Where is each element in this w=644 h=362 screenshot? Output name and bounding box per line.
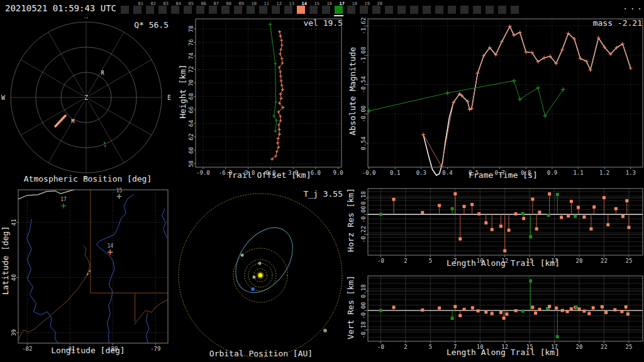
- x-tick-label: -9.0: [196, 170, 210, 176]
- frame-button-20[interactable]: 20: [372, 6, 380, 14]
- frame-button-15[interactable]: 15: [309, 6, 318, 14]
- residual-marker: [499, 311, 502, 314]
- frame-button-17[interactable]: 17: [335, 6, 343, 14]
- frame-button-blank-29[interactable]: [486, 6, 494, 14]
- residual-marker: [451, 207, 454, 211]
- meteor-analysis-window: 20210521 01:59:43 UTC 010203040506070809…: [0, 0, 644, 362]
- frame-button-label: 12: [277, 1, 282, 6]
- frame-button-blank-30[interactable]: [498, 6, 506, 14]
- frame-button-blank-23[interactable]: [410, 6, 418, 14]
- earth-marker: [252, 288, 255, 291]
- residual-marker: [463, 205, 466, 208]
- frame-button-blank-21[interactable]: [385, 6, 393, 14]
- y-tick-label: 60: [188, 147, 194, 154]
- y-tick-label: 58: [188, 160, 194, 167]
- residual-marker: [625, 199, 628, 202]
- frame-button-10[interactable]: 10: [247, 6, 255, 14]
- residual-marker: [592, 206, 596, 209]
- residual-marker: [421, 211, 424, 214]
- residual-marker: [529, 235, 532, 238]
- residual-marker: [529, 279, 532, 282]
- frame-button-19[interactable]: 19: [360, 6, 368, 14]
- frame-button-label: 15: [314, 1, 319, 6]
- x-tick-label: -80: [108, 346, 118, 352]
- frame-button-01[interactable]: 01: [133, 6, 142, 14]
- x-tick-label: 12: [501, 258, 508, 264]
- orbital-position-chart: [175, 186, 347, 362]
- residual-marker: [538, 308, 541, 311]
- frame-button-label: 18: [352, 1, 357, 6]
- river-west: [27, 219, 58, 344]
- frame-button-blank-28[interactable]: [473, 6, 481, 14]
- station-marker-label: 15: [116, 188, 123, 194]
- frame-button-07[interactable]: 07: [209, 6, 217, 14]
- plot-frame: [368, 189, 643, 255]
- residual-marker: [589, 228, 592, 231]
- meteoroid-orbit: [224, 217, 304, 304]
- x-tick-label: -6.0: [219, 170, 233, 176]
- y-tick-label: 0.18: [360, 191, 367, 205]
- x-tick-label: 7: [453, 344, 457, 350]
- x-tick-label: 0.1: [390, 170, 400, 176]
- plot-frame: [368, 19, 643, 167]
- residual-marker: [582, 216, 586, 219]
- residual-marker: [484, 221, 487, 224]
- frame-button-09[interactable]: 09: [234, 6, 242, 14]
- residual-marker: [566, 310, 569, 313]
- station-label-R: R: [101, 70, 104, 76]
- residual-marker: [570, 200, 573, 203]
- frame-button-blank-22[interactable]: [397, 6, 406, 14]
- frame-button-08[interactable]: 08: [221, 6, 230, 14]
- x-tick-label: 2: [404, 344, 407, 350]
- residual-marker: [621, 215, 625, 218]
- frame-button-12[interactable]: 12: [272, 6, 280, 14]
- residual-marker: [392, 198, 396, 201]
- frame-button-label: 07: [214, 1, 219, 6]
- frame-button-05[interactable]: 05: [184, 6, 192, 14]
- frame-button-13[interactable]: 13: [284, 6, 292, 14]
- data-line: [369, 81, 564, 116]
- station-marker-17: [61, 203, 66, 208]
- data-line: [423, 26, 631, 166]
- residual-marker: [477, 212, 480, 216]
- residual-marker: [470, 203, 474, 206]
- frame-button-label: 13: [289, 1, 294, 6]
- frame-button-blank-25[interactable]: [435, 6, 443, 14]
- frame-button-18[interactable]: 18: [347, 6, 355, 14]
- current-frame-underline: [334, 15, 343, 16]
- frame-button-03[interactable]: 03: [158, 6, 167, 14]
- frame-button-blank-31[interactable]: [511, 6, 519, 14]
- x-tick-label: -82: [22, 346, 32, 352]
- x-tick-label: -0.0: [362, 170, 376, 176]
- frame-button-blank-26[interactable]: [448, 6, 456, 14]
- y-tick-label: 66: [188, 106, 194, 113]
- frame-button-06[interactable]: 06: [196, 6, 204, 14]
- frame-button-16[interactable]: 16: [322, 6, 330, 14]
- x-tick-label: 25: [625, 344, 632, 350]
- plot-frame: [368, 276, 643, 341]
- frame-button-blank-24[interactable]: [423, 6, 431, 14]
- residual-marker: [514, 309, 518, 312]
- x-tick-label: 0.9: [547, 170, 557, 176]
- y-tick-label: -0.18: [360, 321, 367, 338]
- residual-marker: [570, 307, 573, 310]
- overflow-menu-button[interactable]: ...: [623, 2, 643, 11]
- series-station-2: [269, 23, 278, 133]
- residual-marker: [578, 307, 581, 310]
- frame-button-04[interactable]: 04: [171, 6, 179, 14]
- residual-marker: [574, 215, 577, 218]
- residual-marker: [491, 228, 494, 231]
- residual-marker: [463, 308, 466, 311]
- frame-button-14[interactable]: 14: [297, 6, 305, 14]
- frame-button-blank-27[interactable]: [460, 6, 469, 14]
- frame-button-11[interactable]: 11: [259, 6, 267, 14]
- plus-markers: [421, 25, 633, 168]
- x-tick-label: 0.7: [495, 170, 505, 176]
- polar-spoke: [86, 32, 124, 97]
- inner-body-marker: [241, 254, 244, 257]
- frame-button-02[interactable]: 02: [146, 6, 154, 14]
- y-tick-label: 0.18: [360, 284, 367, 298]
- residual-marker: [577, 206, 580, 209]
- plus-markers: [269, 23, 278, 133]
- frame-button-blank-0[interactable]: [121, 6, 129, 14]
